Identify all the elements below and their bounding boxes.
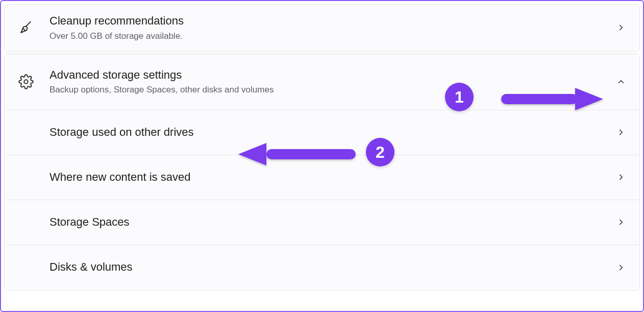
storage-spaces-label: Storage Spaces: [49, 215, 615, 230]
cleanup-subtitle: Over 5.00 GB of storage available.: [49, 31, 615, 42]
disks-volumes-label: Disks & volumes: [49, 260, 615, 275]
chevron-right-icon: [615, 261, 627, 274]
chevron-right-icon: [615, 126, 627, 138]
svg-rect-3: [266, 149, 356, 159]
disks-volumes-row[interactable]: Disks & volumes: [5, 245, 639, 290]
svg-point-0: [24, 80, 28, 84]
chevron-up-icon: [615, 76, 627, 88]
gear-icon: [17, 73, 35, 91]
new-content-label: Where new content is saved: [49, 170, 615, 185]
svg-marker-2: [575, 88, 603, 110]
cleanup-row[interactable]: Cleanup recommendations Over 5.00 GB of …: [5, 5, 639, 51]
svg-marker-4: [238, 143, 266, 165]
svg-rect-1: [501, 94, 578, 104]
annotation-arrow-1: [499, 83, 606, 113]
storage-spaces-row[interactable]: Storage Spaces: [5, 200, 639, 245]
annotation-badge-1: 1: [445, 83, 474, 111]
cleanup-text: Cleanup recommendations Over 5.00 GB of …: [49, 14, 615, 42]
annotation-badge-2: 2: [366, 138, 394, 166]
cleanup-panel: Cleanup recommendations Over 5.00 GB of …: [4, 4, 640, 52]
advanced-subitems: Storage used on other drives Where new c…: [5, 110, 639, 290]
broom-icon: [17, 18, 35, 37]
cleanup-title: Cleanup recommendations: [49, 14, 615, 29]
chevron-right-icon: [615, 171, 627, 183]
chevron-right-icon: [615, 21, 627, 34]
advanced-title: Advanced storage settings: [49, 68, 615, 83]
annotation-arrow-2: [236, 138, 358, 169]
chevron-right-icon: [615, 216, 627, 228]
